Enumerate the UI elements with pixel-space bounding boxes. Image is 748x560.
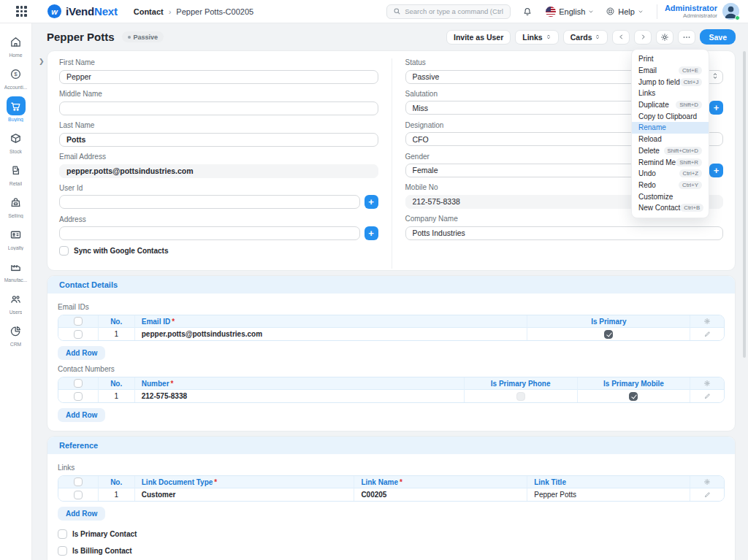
menu-item-duplicate[interactable]: DuplicateShift+D bbox=[632, 99, 709, 111]
menu-item-redo[interactable]: RedoCtrl+Y bbox=[632, 180, 709, 191]
us-flag-icon bbox=[546, 7, 556, 17]
email-ids-label: Email IDs bbox=[58, 303, 725, 311]
menu-item-print[interactable]: Print bbox=[632, 53, 709, 65]
loyalty-card-icon bbox=[7, 225, 26, 244]
cards-dropdown-button[interactable]: Cards bbox=[563, 30, 608, 45]
sync-google-contacts-row: Sync with Google Contacts bbox=[59, 246, 378, 256]
company-name-input[interactable] bbox=[405, 226, 724, 240]
contact-numbers-label: Contact Numbers bbox=[58, 365, 725, 373]
select-all-checkbox[interactable] bbox=[74, 317, 83, 326]
select-all-checkbox[interactable] bbox=[74, 477, 83, 486]
accounting-icon: $ bbox=[7, 64, 26, 83]
module-sidebar: Home $ Accounti... Buying Stock Retail S… bbox=[0, 23, 32, 560]
previous-record-button[interactable] bbox=[612, 30, 630, 45]
is-primary-phone-checkbox[interactable] bbox=[516, 392, 525, 401]
contact-details-header[interactable]: Contact Details bbox=[47, 276, 735, 294]
breadcrumb-contact-link[interactable]: Contact bbox=[134, 7, 164, 16]
menu-item-undo[interactable]: UndoCtrl+Z bbox=[632, 168, 709, 180]
table-settings-gear-icon[interactable] bbox=[697, 318, 717, 325]
link-name-cell[interactable]: C00205 bbox=[354, 488, 527, 501]
row-checkbox[interactable] bbox=[74, 392, 83, 401]
top-navbar: w iVendNext Contact › Pepper Potts-C0020… bbox=[0, 0, 748, 23]
edit-row-pencil-icon[interactable] bbox=[697, 393, 717, 399]
add-row-button-links[interactable]: Add Row bbox=[58, 507, 105, 521]
breadcrumb-current: Pepper Potts-C00205 bbox=[176, 7, 253, 16]
sidebar-item-home[interactable]: Home bbox=[0, 32, 32, 58]
add-user-id-button[interactable]: + bbox=[365, 195, 378, 209]
menu-item-rename[interactable]: Rename bbox=[632, 122, 709, 134]
ivendnext-logo[interactable]: w iVendNext bbox=[47, 4, 118, 18]
app-launcher-icon[interactable] bbox=[16, 6, 27, 17]
row-checkbox[interactable] bbox=[74, 330, 83, 339]
links-dropdown-button[interactable]: Links bbox=[515, 30, 558, 45]
chevron-down-icon bbox=[638, 9, 644, 15]
is-primary-checkbox[interactable] bbox=[604, 330, 613, 339]
help-menu[interactable]: Help bbox=[606, 7, 644, 16]
sidebar-item-users[interactable]: Users bbox=[0, 289, 32, 315]
user-id-input[interactable] bbox=[59, 195, 360, 209]
is-primary-contact-row: Is Primary Contact bbox=[58, 529, 725, 539]
link-title-cell[interactable]: Pepper Potts bbox=[527, 488, 690, 501]
edit-row-pencil-icon[interactable] bbox=[697, 331, 717, 337]
last-name-input[interactable] bbox=[59, 133, 378, 147]
reference-header[interactable]: Reference bbox=[47, 437, 735, 454]
retail-pos-icon bbox=[7, 161, 26, 180]
number-cell[interactable]: 212-575-8338 bbox=[135, 390, 465, 402]
is-billing-contact-row: Is Billing Contact bbox=[58, 546, 725, 556]
customize-settings-button[interactable] bbox=[656, 30, 673, 45]
menu-item-remind-me[interactable]: Remind MeShift+R bbox=[632, 156, 709, 168]
sidebar-item-retail[interactable]: Retail bbox=[0, 161, 32, 186]
more-actions-button[interactable] bbox=[678, 30, 695, 45]
add-salutation-button[interactable]: + bbox=[709, 101, 723, 115]
add-row-button-email[interactable]: Add Row bbox=[58, 346, 105, 360]
menu-item-reload[interactable]: Reload bbox=[632, 134, 709, 145]
address-input[interactable] bbox=[59, 226, 360, 240]
global-search[interactable] bbox=[386, 4, 511, 19]
edit-row-pencil-icon[interactable] bbox=[697, 491, 717, 498]
first-name-input[interactable] bbox=[59, 70, 378, 84]
add-row-button-numbers[interactable]: Add Row bbox=[58, 408, 105, 422]
online-status-dot bbox=[735, 15, 740, 20]
avatar bbox=[722, 3, 739, 20]
menu-item-links[interactable]: Links bbox=[632, 88, 709, 99]
select-all-checkbox[interactable] bbox=[74, 379, 83, 388]
email-id-cell[interactable]: pepper.potts@pottsindustries.com bbox=[135, 328, 528, 340]
sidebar-item-loyalty[interactable]: Loyalty bbox=[0, 225, 32, 250]
middle-name-input[interactable] bbox=[59, 101, 378, 115]
is-primary-contact-checkbox[interactable] bbox=[58, 529, 67, 539]
sync-google-contacts-checkbox[interactable] bbox=[59, 246, 69, 256]
save-button[interactable]: Save bbox=[700, 29, 736, 45]
notifications-bell-icon[interactable] bbox=[522, 7, 533, 17]
sidebar-item-manufacturing[interactable]: Manufac... bbox=[0, 257, 32, 283]
crm-pie-icon bbox=[7, 321, 26, 340]
menu-item-new-contact[interactable]: New ContactCtrl+B bbox=[632, 202, 709, 214]
menu-item-email[interactable]: EmailCtrl+E bbox=[632, 65, 709, 77]
status-badge: Passive bbox=[122, 31, 164, 42]
menu-item-customize[interactable]: Customize bbox=[632, 191, 709, 202]
language-selector[interactable]: English bbox=[546, 7, 594, 17]
sidebar-expand-icon[interactable]: ❯ bbox=[39, 58, 45, 65]
sidebar-item-selling[interactable]: Selling bbox=[0, 193, 32, 218]
vertical-scrollbar[interactable] bbox=[743, 51, 746, 358]
link-doc-type-cell[interactable]: Customer bbox=[135, 488, 355, 501]
menu-item-copy-to-clipboard[interactable]: Copy to Clipboard bbox=[632, 110, 709, 122]
last-name-field: Last Name bbox=[59, 121, 378, 147]
menu-item-delete[interactable]: DeleteShift+Ctrl+D bbox=[632, 145, 709, 157]
add-gender-button[interactable]: + bbox=[709, 164, 723, 177]
sidebar-item-accounting[interactable]: $ Accounti... bbox=[0, 64, 32, 90]
sidebar-item-crm[interactable]: CRM bbox=[0, 321, 32, 347]
links-row: 1 Customer C00205 Pepper Potts bbox=[58, 488, 724, 501]
sidebar-item-buying[interactable]: Buying bbox=[0, 96, 32, 122]
user-menu[interactable]: Administrator Administrator bbox=[665, 3, 739, 20]
sidebar-item-stock[interactable]: Stock bbox=[0, 129, 32, 154]
search-input[interactable] bbox=[405, 7, 504, 15]
is-billing-contact-checkbox[interactable] bbox=[58, 546, 67, 556]
table-settings-gear-icon[interactable] bbox=[697, 478, 717, 486]
next-record-button[interactable] bbox=[634, 30, 652, 45]
menu-item-jump-to-field[interactable]: Jump to fieldCtrl+J bbox=[632, 76, 709, 88]
add-address-button[interactable]: + bbox=[365, 226, 378, 240]
invite-as-user-button[interactable]: Invite as User bbox=[446, 30, 511, 45]
is-primary-mobile-checkbox[interactable] bbox=[629, 392, 638, 401]
row-checkbox[interactable] bbox=[74, 491, 83, 499]
table-settings-gear-icon[interactable] bbox=[697, 380, 717, 387]
